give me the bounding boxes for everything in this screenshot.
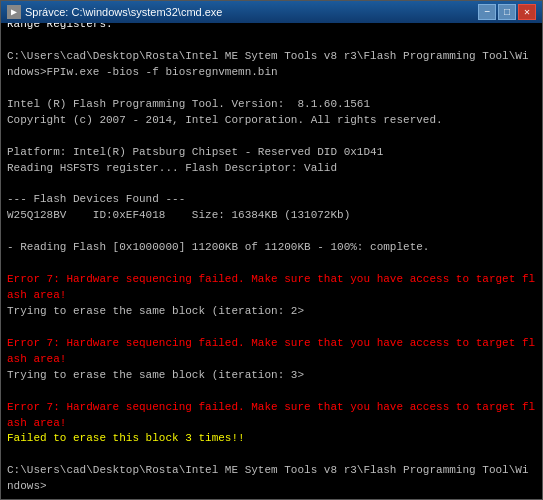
console-line (7, 256, 536, 272)
console-line (7, 320, 536, 336)
console-line: Trying to erase the same block (iteratio… (7, 368, 536, 384)
console-line: Error 7: Hardware sequencing failed. Mak… (7, 336, 536, 352)
console-output[interactable]: C:\Users\cad\Desktop\Rosta\Intel ME Syte… (1, 23, 542, 499)
maximize-button[interactable]: □ (498, 4, 516, 20)
console-line: C:\Users\cad\Desktop\Rosta\Intel ME Syte… (7, 49, 536, 65)
console-line: W25Q128BV ID:0xEF4018 Size: 16384KB (131… (7, 208, 536, 224)
console-line: ndows> (7, 479, 536, 495)
minimize-button[interactable]: − (478, 4, 496, 20)
console-line: Error 7: Hardware sequencing failed. Mak… (7, 400, 536, 416)
console-line: Error 7: Hardware sequencing failed. Mak… (7, 272, 536, 288)
console-line: Copyright (c) 2007 - 2014, Intel Corpora… (7, 113, 536, 129)
console-line: - Reading Flash [0x1000000] 11200KB of 1… (7, 240, 536, 256)
console-line (7, 224, 536, 240)
console-line (7, 33, 536, 49)
console-line: ash area! (7, 416, 536, 432)
console-line: Intel (R) Flash Programming Tool. Versio… (7, 97, 536, 113)
console-line: ndows>FPIw.exe -bios -f biosregnvmemn.bi… (7, 65, 536, 81)
console-line: C:\Users\cad\Desktop\Rosta\Intel ME Syte… (7, 463, 536, 479)
console-line: Trying to erase the same block (iteratio… (7, 304, 536, 320)
console-line: Platform: Intel(R) Patsburg Chipset - Re… (7, 145, 536, 161)
console-line (7, 176, 536, 192)
close-button[interactable]: ✕ (518, 4, 536, 20)
titlebar-title: Správce: C:\windows\system32\cmd.exe (25, 6, 222, 18)
titlebar: ▶ Správce: C:\windows\system32\cmd.exe −… (1, 1, 542, 23)
titlebar-icon: ▶ (7, 5, 21, 19)
console-line (7, 129, 536, 145)
console-line: ash area! (7, 352, 536, 368)
console-line: Reading HSFSTS register... Flash Descrip… (7, 161, 536, 177)
console-line: Failed to erase this block 3 times!! (7, 431, 536, 447)
titlebar-buttons: − □ ✕ (478, 4, 536, 20)
console-line (7, 384, 536, 400)
cmd-window: ▶ Správce: C:\windows\system32\cmd.exe −… (0, 0, 543, 500)
console-line: ash area! (7, 288, 536, 304)
console-line (7, 447, 536, 463)
console-line (7, 81, 536, 97)
titlebar-left: ▶ Správce: C:\windows\system32\cmd.exe (7, 5, 222, 19)
console-line: --- Flash Devices Found --- (7, 192, 536, 208)
console-line: Range Registers. (7, 23, 536, 33)
